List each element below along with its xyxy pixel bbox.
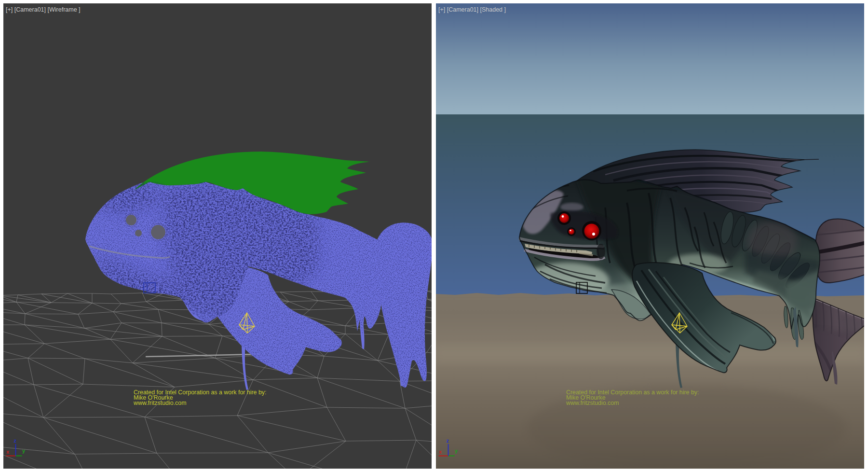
svg-text:z: z (447, 438, 449, 444)
svg-text:www.fritzstudio.com: www.fritzstudio.com (133, 400, 186, 406)
svg-text:z: z (14, 438, 17, 444)
svg-text:www.fritzstudio.com: www.fritzstudio.com (566, 400, 619, 406)
svg-text:[+] [Camera01] [Wireframe ]: [+] [Camera01] [Wireframe ] (6, 6, 81, 13)
svg-text:y: y (455, 448, 458, 454)
svg-text:y: y (22, 448, 26, 454)
svg-text:x: x (439, 449, 442, 455)
svg-text:[+] [Camera01] [Shaded ]: [+] [Camera01] [Shaded ] (438, 6, 506, 13)
svg-text:x: x (6, 449, 10, 455)
